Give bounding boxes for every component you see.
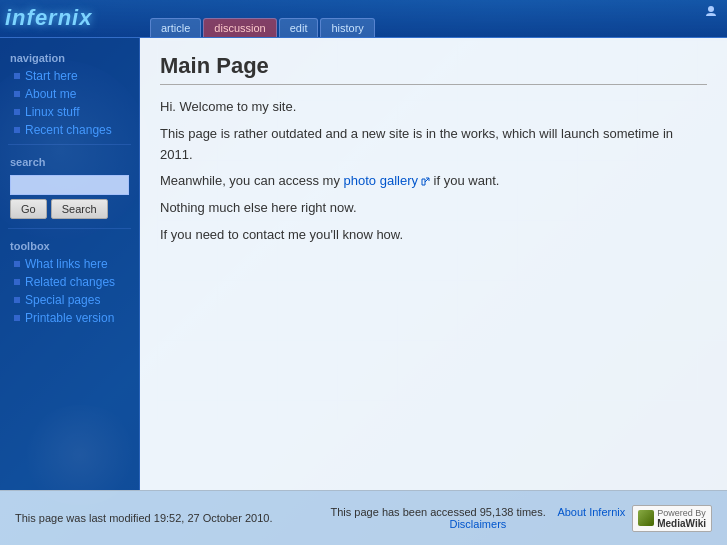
tab-history[interactable]: history — [320, 18, 374, 37]
main-layout: navigation Start here About me Linux stu… — [0, 38, 727, 490]
sidebar-item-label: Related changes — [25, 275, 115, 289]
mediawiki-text: MediaWiki — [657, 518, 706, 529]
svg-point-0 — [708, 6, 714, 12]
mediawiki-badge: Powered By MediaWiki — [632, 505, 712, 532]
content-line4: Nothing much else here right now. — [160, 198, 707, 219]
tab-discussion[interactable]: discussion — [203, 18, 276, 37]
content-text: Hi. Welcome to my site. This page is rat… — [160, 97, 707, 246]
external-link-icon — [420, 177, 430, 187]
sidebar-item-label: Printable version — [25, 311, 114, 325]
sidebar-item-related-changes[interactable]: Related changes — [0, 273, 139, 291]
sidebar-item-label: Start here — [25, 69, 78, 83]
footer-disclaimers-link[interactable]: Disclaimers — [449, 518, 506, 530]
user-icon — [705, 5, 717, 17]
search-section-title: search — [0, 150, 139, 171]
sidebar: navigation Start here About me Linux stu… — [0, 38, 140, 490]
footer-modified-text: This page was last modified 19:52, 27 Oc… — [15, 512, 272, 524]
bullet-icon — [14, 261, 20, 267]
bullet-icon — [14, 297, 20, 303]
sidebar-item-label: Special pages — [25, 293, 100, 307]
footer-about-link[interactable]: About Infernix — [557, 506, 625, 518]
content-line3-after: if you want. — [430, 173, 499, 188]
mediawiki-label: Powered By MediaWiki — [657, 508, 706, 529]
page-title: Main Page — [160, 53, 707, 85]
mediawiki-icon — [638, 510, 654, 526]
sidebar-item-special-pages[interactable]: Special pages — [0, 291, 139, 309]
bullet-icon — [14, 73, 20, 79]
navigation-section-title: navigation — [0, 46, 139, 67]
logo-area: infernix — [0, 0, 140, 37]
tab-edit[interactable]: edit — [279, 18, 319, 37]
sidebar-item-what-links-here[interactable]: What links here — [0, 255, 139, 273]
site-logo: infernix — [5, 5, 92, 31]
sidebar-item-printable-version[interactable]: Printable version — [0, 309, 139, 327]
sidebar-item-label: Linux stuff — [25, 105, 79, 119]
bullet-icon — [14, 279, 20, 285]
footer-accessed-text: This page has been accessed 95,138 times… — [331, 506, 546, 518]
sidebar-item-linux-stuff[interactable]: Linux stuff — [0, 103, 139, 121]
sidebar-divider-2 — [8, 228, 131, 229]
search-box-area: Go Search — [0, 171, 139, 223]
header: infernix article discussion edit history — [0, 0, 727, 38]
sidebar-item-label: About me — [25, 87, 76, 101]
sidebar-item-recent-changes[interactable]: Recent changes — [0, 121, 139, 139]
footer-left: This page was last modified 19:52, 27 Oc… — [15, 512, 324, 524]
photo-gallery-link[interactable]: photo gallery — [344, 173, 430, 188]
search-input[interactable] — [10, 175, 129, 195]
photo-gallery-label: photo gallery — [344, 173, 418, 188]
bullet-icon — [14, 109, 20, 115]
content-line3: Meanwhile, you can access my photo galle… — [160, 171, 707, 192]
content-line5: If you need to contact me you'll know ho… — [160, 225, 707, 246]
sidebar-item-label: Recent changes — [25, 123, 112, 137]
tab-article[interactable]: article — [150, 18, 201, 37]
sidebar-item-label: What links here — [25, 257, 108, 271]
toolbox-section-title: toolbox — [0, 234, 139, 255]
user-area — [705, 5, 717, 17]
tabs-area: article discussion edit history — [140, 18, 375, 37]
footer-center: This page has been accessed 95,138 times… — [324, 506, 633, 530]
sidebar-item-start-here[interactable]: Start here — [0, 67, 139, 85]
go-button[interactable]: Go — [10, 199, 47, 219]
content-greeting: Hi. Welcome to my site. — [160, 97, 707, 118]
powered-by-text: Powered By — [657, 508, 706, 518]
content-line3-before: Meanwhile, you can access my — [160, 173, 344, 188]
footer: This page was last modified 19:52, 27 Oc… — [0, 490, 727, 545]
search-button[interactable]: Search — [51, 199, 108, 219]
sidebar-item-about-me[interactable]: About me — [0, 85, 139, 103]
search-buttons: Go Search — [10, 199, 129, 219]
content-line2: This page is rather outdated and a new s… — [160, 124, 707, 166]
bullet-icon — [14, 127, 20, 133]
bullet-icon — [14, 315, 20, 321]
sidebar-divider-1 — [8, 144, 131, 145]
footer-right: Powered By MediaWiki — [632, 505, 712, 532]
content-area: Main Page Hi. Welcome to my site. This p… — [140, 38, 727, 490]
bullet-icon — [14, 91, 20, 97]
